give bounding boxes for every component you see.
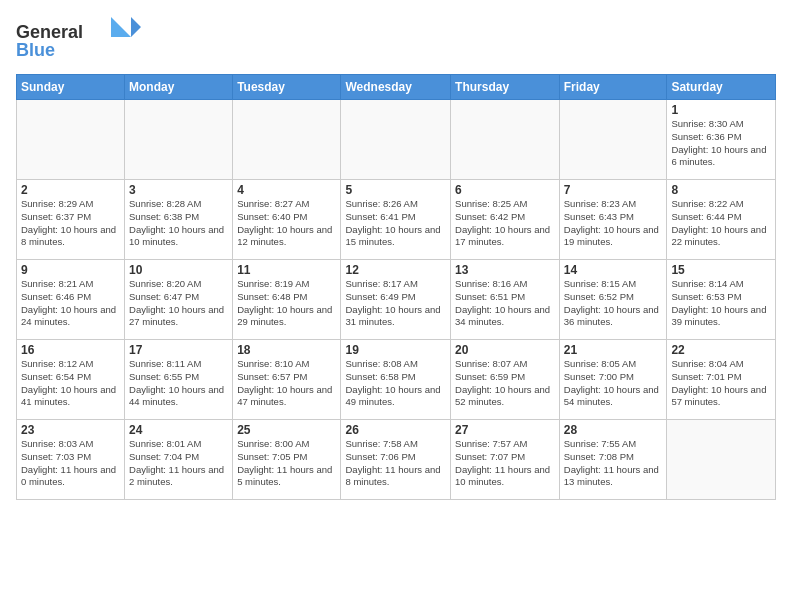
calendar-day-3: 3Sunrise: 8:28 AMSunset: 6:38 PMDaylight… — [125, 180, 233, 260]
day-info: Sunrise: 8:00 AMSunset: 7:05 PMDaylight:… — [237, 438, 336, 489]
calendar-day-24: 24Sunrise: 8:01 AMSunset: 7:04 PMDayligh… — [125, 420, 233, 500]
day-info: Sunrise: 8:14 AMSunset: 6:53 PMDaylight:… — [671, 278, 771, 329]
calendar-table: SundayMondayTuesdayWednesdayThursdayFrid… — [16, 74, 776, 500]
svg-text:Blue: Blue — [16, 40, 55, 60]
day-number: 22 — [671, 343, 771, 357]
calendar-day-15: 15Sunrise: 8:14 AMSunset: 6:53 PMDayligh… — [667, 260, 776, 340]
day-info: Sunrise: 8:19 AMSunset: 6:48 PMDaylight:… — [237, 278, 336, 329]
day-number: 28 — [564, 423, 663, 437]
calendar-day-8: 8Sunrise: 8:22 AMSunset: 6:44 PMDaylight… — [667, 180, 776, 260]
day-info: Sunrise: 8:05 AMSunset: 7:00 PMDaylight:… — [564, 358, 663, 409]
calendar-day-28: 28Sunrise: 7:55 AMSunset: 7:08 PMDayligh… — [559, 420, 667, 500]
day-number: 24 — [129, 423, 228, 437]
header: General Blue — [16, 16, 776, 68]
day-info: Sunrise: 7:57 AMSunset: 7:07 PMDaylight:… — [455, 438, 555, 489]
day-number: 8 — [671, 183, 771, 197]
calendar-day-16: 16Sunrise: 8:12 AMSunset: 6:54 PMDayligh… — [17, 340, 125, 420]
day-info: Sunrise: 8:29 AMSunset: 6:37 PMDaylight:… — [21, 198, 120, 249]
calendar-day-19: 19Sunrise: 8:08 AMSunset: 6:58 PMDayligh… — [341, 340, 451, 420]
logo-svg: General Blue — [16, 16, 146, 64]
day-info: Sunrise: 8:07 AMSunset: 6:59 PMDaylight:… — [455, 358, 555, 409]
day-info: Sunrise: 8:08 AMSunset: 6:58 PMDaylight:… — [345, 358, 446, 409]
day-number: 9 — [21, 263, 120, 277]
calendar-day-12: 12Sunrise: 8:17 AMSunset: 6:49 PMDayligh… — [341, 260, 451, 340]
day-info: Sunrise: 8:10 AMSunset: 6:57 PMDaylight:… — [237, 358, 336, 409]
day-info: Sunrise: 8:27 AMSunset: 6:40 PMDaylight:… — [237, 198, 336, 249]
day-number: 18 — [237, 343, 336, 357]
calendar-empty-cell — [233, 100, 341, 180]
day-info: Sunrise: 8:04 AMSunset: 7:01 PMDaylight:… — [671, 358, 771, 409]
day-number: 15 — [671, 263, 771, 277]
day-number: 23 — [21, 423, 120, 437]
calendar-day-20: 20Sunrise: 8:07 AMSunset: 6:59 PMDayligh… — [451, 340, 560, 420]
calendar-day-6: 6Sunrise: 8:25 AMSunset: 6:42 PMDaylight… — [451, 180, 560, 260]
calendar-day-9: 9Sunrise: 8:21 AMSunset: 6:46 PMDaylight… — [17, 260, 125, 340]
day-number: 13 — [455, 263, 555, 277]
calendar-empty-cell — [17, 100, 125, 180]
day-number: 25 — [237, 423, 336, 437]
calendar-week-1: 2Sunrise: 8:29 AMSunset: 6:37 PMDaylight… — [17, 180, 776, 260]
calendar-day-27: 27Sunrise: 7:57 AMSunset: 7:07 PMDayligh… — [451, 420, 560, 500]
day-number: 5 — [345, 183, 446, 197]
weekday-sunday: Sunday — [17, 75, 125, 100]
day-number: 11 — [237, 263, 336, 277]
calendar-empty-cell — [667, 420, 776, 500]
calendar-day-21: 21Sunrise: 8:05 AMSunset: 7:00 PMDayligh… — [559, 340, 667, 420]
weekday-monday: Monday — [125, 75, 233, 100]
day-info: Sunrise: 8:25 AMSunset: 6:42 PMDaylight:… — [455, 198, 555, 249]
day-number: 2 — [21, 183, 120, 197]
day-number: 21 — [564, 343, 663, 357]
day-number: 19 — [345, 343, 446, 357]
day-info: Sunrise: 8:20 AMSunset: 6:47 PMDaylight:… — [129, 278, 228, 329]
page-container: General Blue SundayMondayTuesdayWednesda… — [0, 0, 792, 510]
calendar-day-22: 22Sunrise: 8:04 AMSunset: 7:01 PMDayligh… — [667, 340, 776, 420]
logo: General Blue — [16, 16, 146, 68]
day-number: 17 — [129, 343, 228, 357]
day-info: Sunrise: 7:58 AMSunset: 7:06 PMDaylight:… — [345, 438, 446, 489]
calendar-week-3: 16Sunrise: 8:12 AMSunset: 6:54 PMDayligh… — [17, 340, 776, 420]
day-info: Sunrise: 8:22 AMSunset: 6:44 PMDaylight:… — [671, 198, 771, 249]
calendar-day-23: 23Sunrise: 8:03 AMSunset: 7:03 PMDayligh… — [17, 420, 125, 500]
day-number: 16 — [21, 343, 120, 357]
day-info: Sunrise: 8:15 AMSunset: 6:52 PMDaylight:… — [564, 278, 663, 329]
calendar-day-4: 4Sunrise: 8:27 AMSunset: 6:40 PMDaylight… — [233, 180, 341, 260]
svg-marker-3 — [111, 17, 131, 37]
weekday-friday: Friday — [559, 75, 667, 100]
calendar-day-25: 25Sunrise: 8:00 AMSunset: 7:05 PMDayligh… — [233, 420, 341, 500]
calendar-week-4: 23Sunrise: 8:03 AMSunset: 7:03 PMDayligh… — [17, 420, 776, 500]
day-info: Sunrise: 8:21 AMSunset: 6:46 PMDaylight:… — [21, 278, 120, 329]
calendar-day-11: 11Sunrise: 8:19 AMSunset: 6:48 PMDayligh… — [233, 260, 341, 340]
calendar-day-1: 1Sunrise: 8:30 AMSunset: 6:36 PMDaylight… — [667, 100, 776, 180]
weekday-header-row: SundayMondayTuesdayWednesdayThursdayFrid… — [17, 75, 776, 100]
day-number: 26 — [345, 423, 446, 437]
day-info: Sunrise: 8:17 AMSunset: 6:49 PMDaylight:… — [345, 278, 446, 329]
day-number: 4 — [237, 183, 336, 197]
calendar-week-0: 1Sunrise: 8:30 AMSunset: 6:36 PMDaylight… — [17, 100, 776, 180]
calendar-day-17: 17Sunrise: 8:11 AMSunset: 6:55 PMDayligh… — [125, 340, 233, 420]
day-number: 14 — [564, 263, 663, 277]
calendar-day-18: 18Sunrise: 8:10 AMSunset: 6:57 PMDayligh… — [233, 340, 341, 420]
weekday-saturday: Saturday — [667, 75, 776, 100]
calendar-header: SundayMondayTuesdayWednesdayThursdayFrid… — [17, 75, 776, 100]
weekday-thursday: Thursday — [451, 75, 560, 100]
calendar-empty-cell — [451, 100, 560, 180]
day-info: Sunrise: 8:12 AMSunset: 6:54 PMDaylight:… — [21, 358, 120, 409]
day-number: 27 — [455, 423, 555, 437]
day-number: 10 — [129, 263, 228, 277]
calendar-day-2: 2Sunrise: 8:29 AMSunset: 6:37 PMDaylight… — [17, 180, 125, 260]
calendar-day-5: 5Sunrise: 8:26 AMSunset: 6:41 PMDaylight… — [341, 180, 451, 260]
day-number: 12 — [345, 263, 446, 277]
day-number: 1 — [671, 103, 771, 117]
weekday-tuesday: Tuesday — [233, 75, 341, 100]
calendar-day-14: 14Sunrise: 8:15 AMSunset: 6:52 PMDayligh… — [559, 260, 667, 340]
calendar-week-2: 9Sunrise: 8:21 AMSunset: 6:46 PMDaylight… — [17, 260, 776, 340]
calendar-day-13: 13Sunrise: 8:16 AMSunset: 6:51 PMDayligh… — [451, 260, 560, 340]
day-number: 6 — [455, 183, 555, 197]
calendar-body: 1Sunrise: 8:30 AMSunset: 6:36 PMDaylight… — [17, 100, 776, 500]
day-info: Sunrise: 7:55 AMSunset: 7:08 PMDaylight:… — [564, 438, 663, 489]
day-info: Sunrise: 8:26 AMSunset: 6:41 PMDaylight:… — [345, 198, 446, 249]
day-info: Sunrise: 8:23 AMSunset: 6:43 PMDaylight:… — [564, 198, 663, 249]
day-info: Sunrise: 8:30 AMSunset: 6:36 PMDaylight:… — [671, 118, 771, 169]
calendar-day-26: 26Sunrise: 7:58 AMSunset: 7:06 PMDayligh… — [341, 420, 451, 500]
day-info: Sunrise: 8:28 AMSunset: 6:38 PMDaylight:… — [129, 198, 228, 249]
